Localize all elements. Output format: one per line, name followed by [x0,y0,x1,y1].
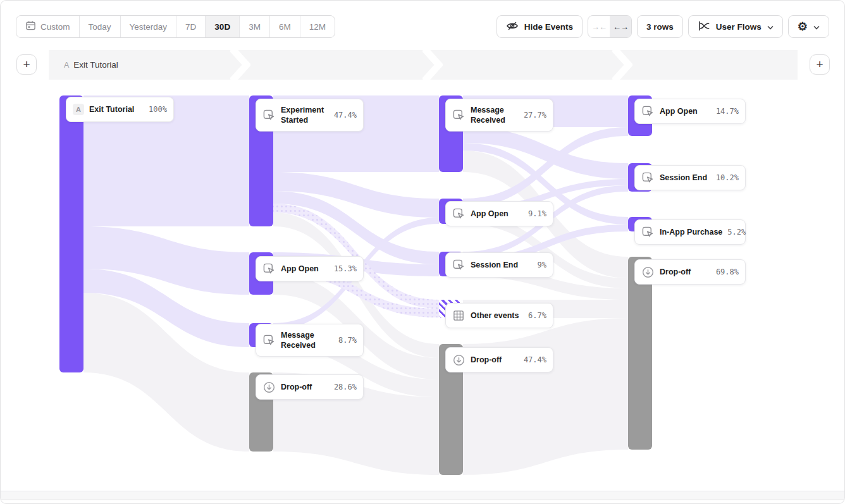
node-step3-session-end[interactable]: Session End9% [445,252,553,278]
node-label: Experiment Started [281,105,329,126]
date-range-today[interactable]: Today [79,16,120,37]
toolbar-right-group: Hide Events →← ←→ 3 rows User Flows [497,15,829,38]
drop-off-icon [641,266,655,279]
node-step4-in-app-purchase[interactable]: In-App Purchase5.2% [634,219,746,245]
date-range-7d[interactable]: 7D [176,16,205,37]
footer-strip [1,491,844,500]
date-range-30d[interactable]: 30D [205,16,239,37]
add-step-left-button[interactable]: + [16,54,37,75]
node-label: App Open [660,106,698,116]
date-range-label: Yesterday [130,22,168,32]
chevron-down-icon [767,22,774,32]
event-cursor-icon [452,207,466,221]
node-label: App Open [281,264,319,274]
flow-ribbon[interactable] [463,318,628,475]
node-percent: 6.7% [528,311,546,320]
gear-icon: ⚙ [798,21,808,32]
event-cursor-icon [262,109,276,122]
step-name: Exit Tutorial [73,60,118,70]
date-range-custom[interactable]: Custom [16,16,79,37]
node-step2-drop-off[interactable]: Drop-off28.6% [256,374,364,400]
node-percent: 9.1% [528,209,546,218]
grid-icon [452,309,466,323]
node-label: Exit Tutorial [89,104,134,114]
expand-columns-button[interactable]: ←→ [610,16,631,37]
hide-events-button[interactable]: Hide Events [497,15,583,38]
node-step3-other-events[interactable]: Other events6.7% [445,303,553,328]
node-step3-drop-off[interactable]: Drop-off47.4% [445,347,553,372]
step-chevron-separator [422,50,443,80]
step-header-label: A Exit Tutorial [64,50,118,80]
date-range-label: 12M [309,22,326,32]
step-badge: A [64,61,69,70]
step-chevron-separator [230,50,250,80]
node-label: Drop-off [471,355,502,365]
calendar-icon [25,20,36,33]
node-percent: 8.7% [338,336,357,345]
node-step2-app-open[interactable]: App Open15.3% [256,256,364,281]
node-percent: 100% [149,105,167,114]
node-label: Session End [471,260,518,270]
drop-off-icon [452,353,466,367]
event-cursor-icon [262,334,276,347]
date-range-label: 30D [214,22,230,32]
hide-events-label: Hide Events [524,22,573,32]
rows-button[interactable]: 3 rows [637,15,683,38]
date-range-12m[interactable]: 12M [300,16,335,37]
view-selector-button[interactable]: User Flows [688,15,783,38]
date-range-label: 3M [249,22,261,32]
user-flows-page: CustomTodayYesterday7D30D3M6M12M Hide Ev… [0,0,845,504]
bar-step1-exit-tutorial[interactable] [59,95,83,372]
node-percent: 47.4% [524,355,546,364]
date-range-label: Custom [40,22,70,32]
date-range-3m[interactable]: 3M [239,16,269,37]
date-range-group: CustomTodayYesterday7D30D3M6M12M [16,15,335,38]
view-selector-label: User Flows [716,22,762,32]
drop-off-icon [262,381,276,394]
date-range-6m[interactable]: 6M [269,16,300,37]
settings-button[interactable]: ⚙ [788,15,829,38]
node-label: Message Received [471,105,519,126]
step-chevron-separator [612,50,632,80]
collapse-columns-button[interactable]: →← [588,16,610,37]
node-step1-exit-tutorial[interactable]: AExit Tutorial100% [66,97,174,122]
node-label: In-App Purchase [660,227,722,237]
toolbar: CustomTodayYesterday7D30D3M6M12M Hide Ev… [16,15,829,38]
node-step4-app-open[interactable]: App Open14.7% [634,99,746,124]
node-label: Drop-off [660,267,691,277]
node-label: Session End [660,173,707,183]
node-step4-session-end[interactable]: Session End10.2% [634,165,746,190]
event-cursor-icon [641,105,655,118]
date-range-label: Today [89,22,111,32]
collapse-expand-control: →← ←→ [588,15,632,38]
node-step4-drop-off[interactable]: Drop-off69.8% [634,259,746,285]
event-cursor-icon [641,171,655,185]
flows-chart-icon [698,20,710,34]
step-header-band: A Exit Tutorial [49,50,798,80]
node-percent: 10.2% [716,173,739,182]
node-percent: 27.7% [524,111,546,120]
node-step2-message-received[interactable]: Message Received8.7% [256,324,364,357]
event-cursor-icon [452,109,466,122]
date-range-yesterday[interactable]: Yesterday [120,16,176,37]
node-step2-experiment-started[interactable]: Experiment Started47.4% [256,99,364,132]
bar-step4-drop-off[interactable] [628,257,652,450]
node-label: Other events [471,310,519,321]
series-badge: A [73,104,84,115]
node-percent: 47.4% [334,111,357,120]
chevron-down-icon [813,22,820,32]
node-step3-app-open[interactable]: App Open9.1% [445,201,553,226]
add-step-right-button[interactable]: + [810,54,830,75]
node-label: App Open [471,209,509,219]
node-percent: 5.2% [727,228,746,237]
rows-label: 3 rows [646,22,674,32]
date-range-label: 6M [279,22,291,32]
node-percent: 28.6% [334,383,357,391]
node-percent: 9% [538,261,546,269]
node-label: Message Received [281,330,333,351]
node-step3-message-received[interactable]: Message Received27.7% [445,99,553,132]
eye-off-icon [506,20,519,34]
node-label: Drop-off [281,382,312,392]
node-percent: 15.3% [334,264,357,273]
event-cursor-icon [262,262,276,276]
